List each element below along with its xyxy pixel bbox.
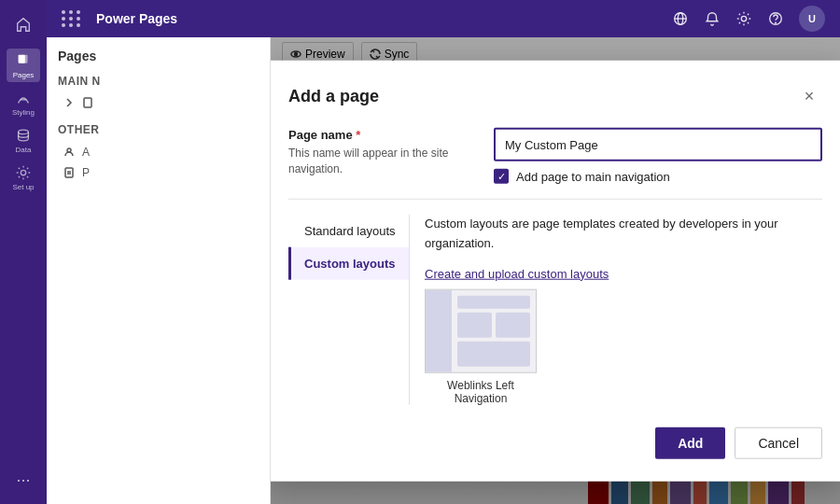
svg-point-10 xyxy=(776,22,777,23)
add-button[interactable]: Add xyxy=(655,427,725,458)
thumb-sidebar xyxy=(426,289,452,372)
panel-other-label-2: P xyxy=(82,166,90,179)
app-grid-icon[interactable] xyxy=(62,10,81,27)
nav-item-styling[interactable]: Styling xyxy=(7,86,40,119)
dialog-footer: Add Cancel xyxy=(288,427,822,458)
layout-content: Custom layouts are page templates create… xyxy=(410,215,822,405)
settings-icon[interactable] xyxy=(735,10,752,27)
dialog-title: Add a page xyxy=(288,86,379,105)
dialog-close-button[interactable]: × xyxy=(796,83,822,109)
thumb-header xyxy=(457,295,530,308)
custom-layout-info: Custom layouts are page templates create… xyxy=(425,215,807,254)
svg-point-4 xyxy=(21,170,25,175)
form-right: ✓ Add page to main navigation xyxy=(494,128,822,184)
nav-checkbox[interactable]: ✓ xyxy=(494,169,509,184)
thumb-row-2 xyxy=(457,341,530,366)
page-name-input[interactable] xyxy=(494,128,822,161)
checkmark-icon: ✓ xyxy=(497,171,506,181)
tab-custom-layouts[interactable]: Custom layouts xyxy=(288,247,409,280)
top-bar: Power Pages U xyxy=(47,0,840,37)
thumbnail-item-weblinks[interactable]: Weblinks LeftNavigation xyxy=(425,288,537,404)
panel-item-other-1[interactable]: A xyxy=(58,142,259,162)
dialog-header: Add a page × xyxy=(288,83,822,109)
svg-point-3 xyxy=(19,130,29,134)
checkbox-row: ✓ Add page to main navigation xyxy=(494,169,822,184)
file-icon xyxy=(63,167,75,178)
nav-item-more[interactable]: ··· xyxy=(7,463,40,497)
divider xyxy=(288,199,822,200)
nav-label-setup: Set up xyxy=(12,183,34,191)
thumb-row-1 xyxy=(457,312,530,337)
svg-rect-13 xyxy=(65,168,73,177)
nav-label-data: Data xyxy=(16,146,32,154)
field-required: * xyxy=(356,128,360,142)
nav-label-pages: Pages xyxy=(13,71,35,79)
add-page-dialog: Add a page × Page name * This name will … xyxy=(271,61,840,482)
field-label: Page name * xyxy=(288,128,475,142)
layout-tabs: Standard layouts Custom layouts xyxy=(288,215,410,405)
tab-standard-layouts[interactable]: Standard layouts xyxy=(288,215,409,247)
checkbox-label: Add page to main navigation xyxy=(516,169,670,183)
bell-icon[interactable] xyxy=(704,10,721,27)
left-nav: Pages Styling Data Set up ··· xyxy=(0,0,47,504)
svg-point-8 xyxy=(741,16,746,21)
nav-item-pages[interactable]: Pages xyxy=(7,49,40,82)
thumbnail-label: Weblinks LeftNavigation xyxy=(447,378,514,404)
svg-rect-1 xyxy=(21,54,27,63)
panel-item-other-2[interactable]: P xyxy=(58,162,259,183)
user-avatar[interactable]: U xyxy=(799,6,825,32)
form-left: Page name * This name will appear in the… xyxy=(288,128,475,177)
panel-section-main: Main n xyxy=(58,75,259,88)
field-desc: This name will appear in the site naviga… xyxy=(288,146,475,177)
nav-label-styling: Styling xyxy=(12,108,35,117)
panel-section-other: Other xyxy=(58,123,259,136)
svg-rect-11 xyxy=(84,98,91,107)
create-upload-link[interactable]: Create and upload custom layouts xyxy=(425,266,609,280)
panel-item-expand[interactable] xyxy=(58,93,259,112)
top-bar-left: Power Pages xyxy=(62,10,177,27)
layouts-area: Standard layouts Custom layouts Custom l… xyxy=(288,215,822,405)
content-area: Pages Main n Other A P xyxy=(47,37,840,504)
thumbnails: Weblinks LeftNavigation xyxy=(425,288,807,404)
page-icon xyxy=(82,97,93,108)
chevron-right-icon xyxy=(63,97,75,108)
app-name: Power Pages xyxy=(96,11,177,26)
top-bar-right: U xyxy=(672,6,825,32)
page-panel-title: Pages xyxy=(58,49,259,63)
cancel-button[interactable]: Cancel xyxy=(735,427,822,458)
thumb-main xyxy=(452,289,536,371)
page-name-row: Page name * This name will appear in the… xyxy=(288,128,822,184)
page-canvas: Preview Sync xyxy=(271,37,840,504)
world-icon[interactable] xyxy=(672,10,689,27)
thumbnail-preview xyxy=(425,288,537,372)
panel-other-label-1: A xyxy=(82,146,90,159)
person-icon xyxy=(63,147,75,158)
thumb-block-2 xyxy=(496,312,530,337)
help-icon[interactable] xyxy=(767,10,784,27)
thumb-block-1 xyxy=(457,312,492,337)
nav-item-data[interactable]: Data xyxy=(7,123,40,157)
page-panel: Pages Main n Other A P xyxy=(47,37,271,504)
nav-item-home[interactable] xyxy=(7,7,40,41)
thumb-block-3 xyxy=(457,341,530,366)
nav-item-setup[interactable]: Set up xyxy=(7,161,40,194)
